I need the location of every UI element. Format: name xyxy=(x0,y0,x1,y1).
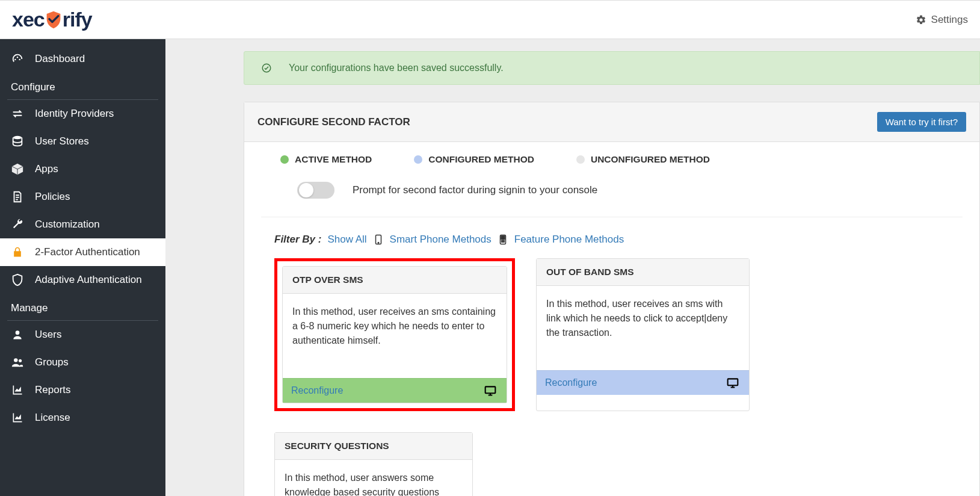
sidebar-item-label: User Stores xyxy=(35,135,89,147)
legend-unconfigured: UNCONFIGURED METHOD xyxy=(576,154,710,165)
swap-icon xyxy=(11,107,24,120)
panel-title: CONFIGURE SECOND FACTOR xyxy=(257,116,410,128)
sidebar-item-label: Reports xyxy=(35,384,71,396)
sidebar-item-label: Identity Providers xyxy=(35,108,114,120)
sidebar-item-adaptive-auth[interactable]: Adaptive Authentication xyxy=(0,266,165,294)
sidebar-item-groups[interactable]: Groups xyxy=(0,349,165,376)
card-body: In this method, user receives an sms wit… xyxy=(537,286,749,370)
shield-outline-icon xyxy=(11,273,24,287)
card-security-questions: SECURITY QUESTIONS In this method, user … xyxy=(274,432,473,496)
monitor-icon xyxy=(482,385,498,397)
card-out-of-band-sms: OUT OF BAND SMS In this method, user rec… xyxy=(536,258,750,411)
config-panel: CONFIGURE SECOND FACTOR Want to try it f… xyxy=(244,102,980,496)
svg-point-13 xyxy=(502,240,503,241)
sidebar-item-apps[interactable]: Apps xyxy=(0,155,165,183)
card-title: OTP OVER SMS xyxy=(283,267,507,294)
toggle-label: Prompt for second factor during signin t… xyxy=(353,184,597,196)
users-icon xyxy=(11,356,24,369)
chart-icon xyxy=(11,383,24,397)
svg-rect-18 xyxy=(485,386,496,393)
sidebar-item-label: Users xyxy=(35,329,61,341)
method-cards: OTP OVER SMS In this method, user receiv… xyxy=(244,258,979,496)
svg-point-1 xyxy=(17,57,18,58)
sidebar: Dashboard Configure Identity Providers U… xyxy=(0,39,165,496)
sidebar-item-label: Adaptive Authentication xyxy=(35,274,142,286)
sidebar-item-label: License xyxy=(35,412,70,424)
dot-gray-icon xyxy=(576,155,585,164)
legend-active: ACTIVE METHOD xyxy=(280,154,372,165)
card-footer: Reconfigure xyxy=(283,378,507,403)
prompt-toggle[interactable] xyxy=(297,182,334,199)
sidebar-item-label: Customization xyxy=(35,219,100,231)
filter-show-all[interactable]: Show All xyxy=(327,234,366,246)
svg-rect-19 xyxy=(728,379,738,385)
smartphone-icon xyxy=(373,232,384,247)
document-icon xyxy=(11,190,24,203)
wrench-icon xyxy=(11,218,24,231)
svg-point-9 xyxy=(378,243,379,244)
method-legend: ACTIVE METHOD CONFIGURED METHOD UNCONFIG… xyxy=(244,142,979,177)
svg-point-3 xyxy=(13,136,22,140)
filter-feature-phone[interactable]: Feature Phone Methods xyxy=(514,234,624,246)
card-body: In this method, user receives an sms con… xyxy=(283,294,507,378)
settings-link[interactable]: Settings xyxy=(916,14,968,26)
shield-icon xyxy=(43,10,64,30)
svg-point-14 xyxy=(504,240,504,241)
sidebar-item-license[interactable]: License xyxy=(0,404,165,432)
svg-point-17 xyxy=(504,241,504,242)
legend-configured: CONFIGURED METHOD xyxy=(414,154,534,165)
filter-row: Filter By : Show All Smart Phone Methods… xyxy=(244,228,979,258)
success-alert: Your configurations have been saved succ… xyxy=(244,51,980,85)
chart-icon xyxy=(11,411,24,424)
sidebar-item-label: Groups xyxy=(35,356,69,368)
sidebar-item-users[interactable]: Users xyxy=(0,321,165,349)
card-footer: Reconfigure xyxy=(537,370,749,395)
sidebar-item-reports[interactable]: Reports xyxy=(0,376,165,404)
lock-icon xyxy=(11,246,24,259)
reconfigure-link[interactable]: Reconfigure xyxy=(545,377,597,388)
card-otp-sms: OTP OVER SMS In this method, user receiv… xyxy=(274,258,515,411)
dot-blue-icon xyxy=(414,155,422,164)
svg-rect-11 xyxy=(501,236,505,239)
panel-header: CONFIGURE SECOND FACTOR Want to try it f… xyxy=(244,102,979,142)
sidebar-heading-manage: Manage xyxy=(0,294,165,320)
filter-label: Filter By : xyxy=(274,234,321,246)
sidebar-item-customization[interactable]: Customization xyxy=(0,211,165,238)
toggle-row: Prompt for second factor during signin t… xyxy=(261,177,963,217)
sidebar-item-dashboard[interactable]: Dashboard xyxy=(0,45,165,73)
filter-smart-phone[interactable]: Smart Phone Methods xyxy=(390,234,492,246)
sidebar-item-label: Dashboard xyxy=(35,53,85,65)
reconfigure-link[interactable]: Reconfigure xyxy=(291,385,343,396)
svg-point-16 xyxy=(502,241,503,242)
svg-point-2 xyxy=(19,59,20,60)
feature-phone-icon xyxy=(498,232,508,247)
gear-icon xyxy=(916,14,926,25)
svg-point-15 xyxy=(501,241,502,242)
card-body: In this method, user answers some knowle… xyxy=(275,460,472,496)
sidebar-item-user-stores[interactable]: User Stores xyxy=(0,128,165,155)
try-it-button[interactable]: Want to try it first? xyxy=(877,112,966,132)
sidebar-item-2fa[interactable]: 2-Factor Authentication xyxy=(0,238,165,266)
svg-point-4 xyxy=(16,330,20,335)
svg-point-12 xyxy=(501,240,502,241)
sidebar-item-label: 2-Factor Authentication xyxy=(35,246,140,258)
dashboard-icon xyxy=(11,52,24,66)
svg-point-0 xyxy=(14,59,16,60)
dot-green-icon xyxy=(280,155,289,164)
user-icon xyxy=(11,328,24,341)
check-circle-icon xyxy=(261,63,272,73)
card-title: SECURITY QUESTIONS xyxy=(275,433,472,460)
sidebar-heading-configure: Configure xyxy=(0,73,165,99)
sidebar-item-label: Policies xyxy=(35,191,70,203)
brand-logo[interactable]: xec rify xyxy=(12,8,92,31)
svg-point-6 xyxy=(19,359,22,362)
svg-point-5 xyxy=(14,358,17,362)
sidebar-item-policies[interactable]: Policies xyxy=(0,183,165,211)
card-title: OUT OF BAND SMS xyxy=(537,259,749,286)
main-content: Your configurations have been saved succ… xyxy=(165,39,980,496)
monitor-icon xyxy=(725,377,741,389)
box-icon xyxy=(11,163,24,176)
sidebar-item-identity-providers[interactable]: Identity Providers xyxy=(0,100,165,128)
sidebar-item-label: Apps xyxy=(35,163,58,175)
alert-message: Your configurations have been saved succ… xyxy=(289,63,504,73)
